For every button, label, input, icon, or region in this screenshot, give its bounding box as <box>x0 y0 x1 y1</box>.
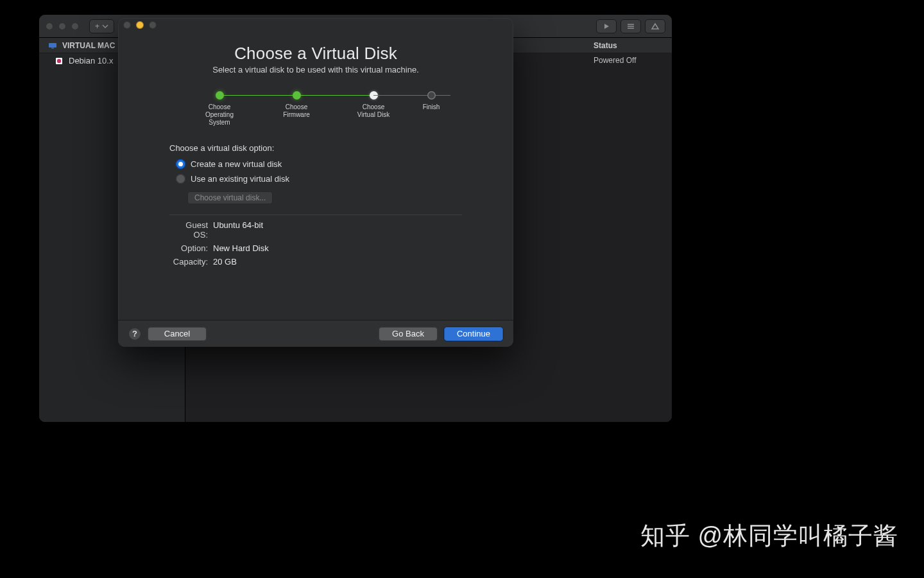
close-icon[interactable] <box>46 22 53 30</box>
help-button[interactable]: ? <box>128 328 141 340</box>
modal-footer: ? Cancel Go Back Continue <box>118 320 513 347</box>
summary-key-guest-os: Guest OS: <box>169 220 208 240</box>
disk-option-radio-group: Create a new virtual disk Use an existin… <box>169 159 462 184</box>
modal-subtitle: Select a virtual disk to be used with th… <box>118 65 513 74</box>
step-label: Choose Virtual Disk <box>357 103 389 119</box>
watermark-text: 知乎 @林同学叫橘子酱 <box>640 520 898 552</box>
radio-selected-icon <box>176 159 185 169</box>
summary-val-capacity: 20 GB <box>213 257 462 267</box>
column-header-status[interactable]: Status <box>588 41 672 50</box>
add-vm-button[interactable]: + <box>89 19 114 33</box>
button-label: Continue <box>457 329 490 338</box>
zoom-icon[interactable] <box>71 22 79 30</box>
choose-virtual-disk-button[interactable]: Choose virtual disk... <box>187 191 273 204</box>
modal-zoom-icon[interactable] <box>149 21 157 29</box>
button-label: Cancel <box>164 329 190 338</box>
cancel-button[interactable]: Cancel <box>148 327 207 341</box>
svg-rect-0 <box>49 43 56 48</box>
library-traffic-lights[interactable] <box>46 22 79 30</box>
svg-rect-1 <box>51 48 54 48</box>
chevron-down-icon <box>102 23 108 30</box>
run-button[interactable] <box>596 19 617 33</box>
radio-create-new-disk[interactable]: Create a new virtual disk <box>176 159 462 169</box>
step-label: Choose Firmware <box>283 103 310 119</box>
snapshot-button[interactable] <box>645 19 665 33</box>
vm-icon <box>55 57 64 66</box>
monitor-icon <box>48 42 57 49</box>
radio-label: Create a new virtual disk <box>191 159 282 169</box>
continue-button[interactable]: Continue <box>444 327 503 341</box>
summary-key-option: Option: <box>169 243 208 253</box>
button-label: Choose virtual disk... <box>194 193 266 202</box>
step-finish: Finish <box>412 91 450 111</box>
button-label: Go Back <box>392 329 424 338</box>
new-vm-wizard-modal: Choose a Virtual Disk Select a virtual d… <box>118 18 513 347</box>
wrench-icon <box>626 22 635 30</box>
summary-grid: Guest OS: Ubuntu 64-bit Option: New Hard… <box>169 220 462 267</box>
step-choose-firmware: Choose Firmware <box>258 91 335 119</box>
modal-titlebar <box>118 18 513 32</box>
step-choose-os: Choose Operating System <box>181 91 258 127</box>
summary-val-option: New Hard Disk <box>213 243 462 253</box>
watermark: 知乎 @林同学叫橘子酱 <box>640 520 898 552</box>
play-icon <box>603 22 610 30</box>
help-icon: ? <box>132 329 137 338</box>
radio-use-existing-disk[interactable]: Use an existing virtual disk <box>176 174 462 184</box>
go-back-button[interactable]: Go Back <box>379 327 438 341</box>
settings-button[interactable] <box>620 19 641 33</box>
sidebar-item-label: Debian 10.x <box>69 56 113 66</box>
snapshot-icon <box>651 22 660 30</box>
summary-key-capacity: Capacity: <box>169 257 208 267</box>
minimize-icon[interactable] <box>58 22 66 30</box>
radio-unselected-icon <box>176 174 185 184</box>
step-choose-disk: Choose Virtual Disk <box>335 91 412 119</box>
step-label: Finish <box>423 103 440 111</box>
sidebar-group-label: VIRTUAL MAC <box>62 41 115 50</box>
plus-icon: + <box>95 22 99 31</box>
divider <box>169 215 462 215</box>
status-cell: Powered Off <box>588 56 672 65</box>
modal-title: Choose a Virtual Disk <box>118 44 513 64</box>
step-dot-pending-icon <box>427 91 436 100</box>
svg-point-3 <box>57 58 61 62</box>
modal-close-icon[interactable] <box>123 21 131 29</box>
modal-minimize-icon[interactable] <box>136 21 144 29</box>
wizard-stepper: Choose Operating System Choose Firmware … <box>118 91 513 127</box>
summary-val-guest-os: Ubuntu 64-bit <box>213 220 462 240</box>
step-label: Choose Operating System <box>205 103 234 127</box>
radio-label: Use an existing virtual disk <box>191 174 289 184</box>
disk-option-label: Choose a virtual disk option: <box>169 143 462 153</box>
